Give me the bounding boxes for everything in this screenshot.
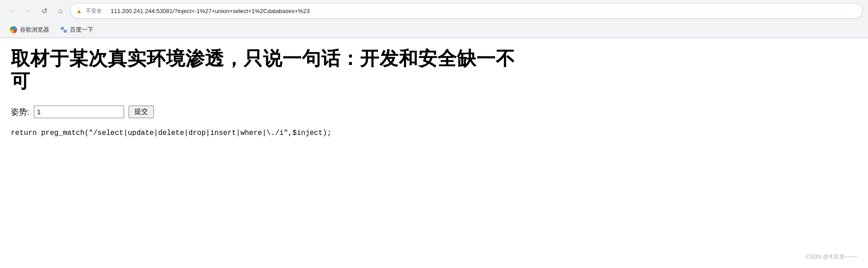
forward-button[interactable]: → <box>22 5 34 17</box>
submit-button[interactable]: 提交 <box>129 106 154 118</box>
address-bar[interactable]: ▲ 不安全 | 111.200.241.244:53081/?inject=-1… <box>70 3 863 18</box>
page-title: 取材于某次真实环境渗透，只说一句话：开发和安全缺一不可 <box>11 47 531 93</box>
inject-form: 姿势: 提交 <box>11 106 531 118</box>
warning-icon: ▲ <box>76 8 82 14</box>
form-label: 姿势: <box>11 106 29 117</box>
home-button[interactable]: ⌂ <box>54 5 67 17</box>
browser-chrome: ← → ↺ ⌂ ▲ 不安全 | 111.200.241.244:53081/?i… <box>0 0 868 38</box>
nav-bar: ← → ↺ ⌂ ▲ 不安全 | 111.200.241.244:53081/?i… <box>0 0 868 22</box>
baidu-icon: 🐾 <box>60 26 67 33</box>
url-text: 111.200.241.244:53081/?inject=-1%27+unio… <box>111 8 309 14</box>
url-separator: | <box>106 8 107 14</box>
bookmark-baidu-label: 百度一下 <box>70 26 93 34</box>
back-button[interactable]: ← <box>5 5 18 17</box>
bookmark-baidu[interactable]: 🐾 百度一下 <box>55 24 98 36</box>
inject-input[interactable] <box>34 106 124 118</box>
bookmark-google[interactable]: 谷歌浏览器 <box>5 24 54 36</box>
bookmarks-bar: 谷歌浏览器 🐾 百度一下 <box>0 22 868 38</box>
reload-button[interactable]: ↺ <box>38 5 51 17</box>
security-label: 不安全 <box>86 7 102 15</box>
google-icon <box>10 26 17 33</box>
bookmark-google-label: 谷歌浏览器 <box>20 26 49 34</box>
page-content: 取材于某次真实环境渗透，只说一句话：开发和安全缺一不可 姿势: 提交 retur… <box>0 38 541 146</box>
code-output: return preg_match("/select|update|delete… <box>11 129 531 137</box>
